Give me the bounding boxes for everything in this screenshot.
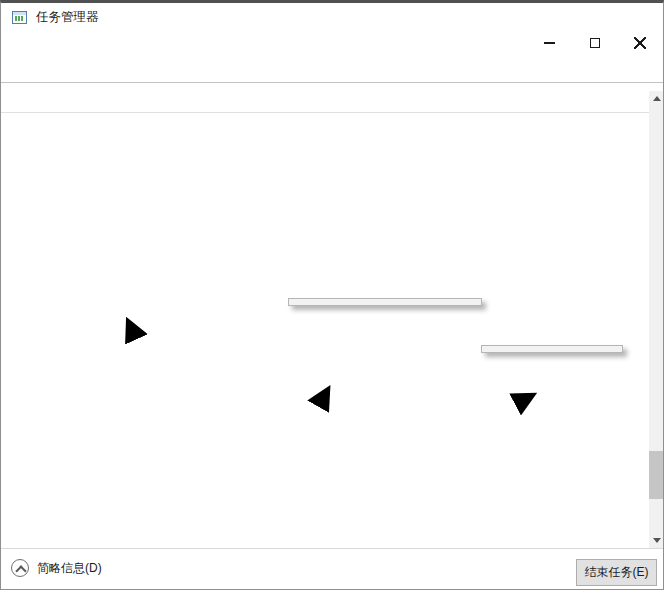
window-title: 任务管理器 — [36, 9, 99, 26]
close-icon — [634, 37, 646, 49]
end-task-button[interactable]: 结束任务(E) — [576, 559, 657, 586]
maximize-icon — [590, 38, 600, 48]
window-controls — [527, 29, 662, 57]
status-bar: 简略信息(D) 结束任务(E) — [1, 548, 664, 590]
context-menu — [288, 298, 482, 306]
tab-strip — [1, 58, 664, 83]
fewer-details-toggle[interactable]: 简略信息(D) — [11, 559, 102, 577]
priority-submenu — [481, 345, 623, 353]
titlebar: 任务管理器 — [1, 3, 664, 31]
task-manager-app-icon — [12, 11, 27, 24]
scroll-up-icon[interactable] — [649, 91, 664, 106]
column-header-row — [1, 91, 649, 113]
minimize-icon — [544, 42, 555, 44]
vertical-scrollbar[interactable] — [649, 91, 664, 548]
details-list — [1, 89, 664, 548]
scrollbar-thumb[interactable] — [649, 451, 664, 499]
fewer-details-label: 简略信息(D) — [37, 560, 102, 577]
task-manager-window: 任务管理器 简略信息(D) 结束任务(E) — [0, 0, 664, 590]
chevron-up-circle-icon — [11, 559, 29, 577]
scroll-down-icon[interactable] — [649, 533, 664, 548]
minimize-button[interactable] — [527, 29, 572, 57]
maximize-button[interactable] — [572, 29, 617, 57]
close-button[interactable] — [617, 29, 662, 57]
